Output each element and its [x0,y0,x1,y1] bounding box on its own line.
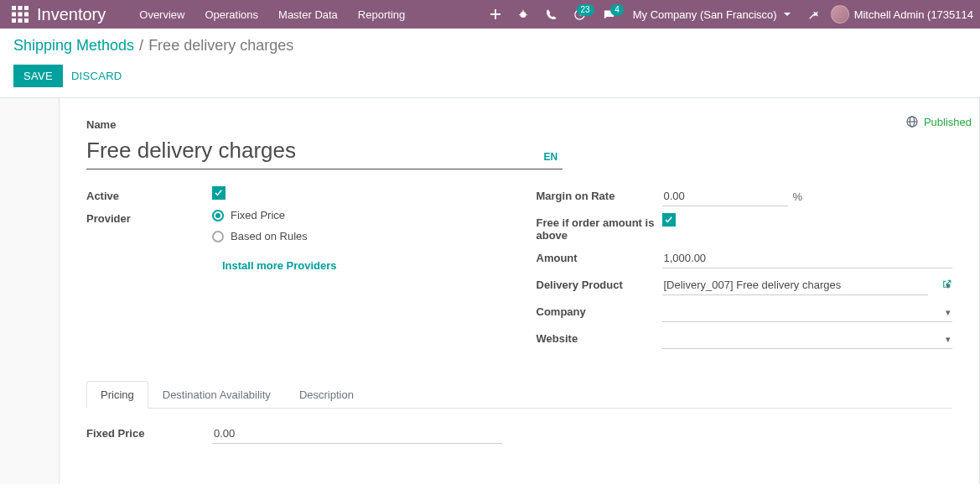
fixed-price-input[interactable] [212,424,502,444]
tab-bar: Pricing Destination Availability Descrip… [86,381,952,409]
company-input[interactable] [662,302,953,322]
svg-rect-5 [24,13,29,17]
active-checkbox[interactable] [212,186,226,200]
right-column: Margin on Rate % Free if order amount is… [537,186,953,356]
free-over-label: Free if order amount is above [537,213,662,242]
clock-icon[interactable]: 23 [568,3,592,26]
amount-label: Amount [537,248,662,264]
website-input[interactable] [662,329,953,349]
bug-icon[interactable] [511,3,535,25]
install-providers-link[interactable]: Install more Providers [222,259,337,272]
lang-button[interactable]: EN [543,151,557,163]
user-menu[interactable]: Mitchell Admin (1735114 [831,5,973,23]
chevron-down-icon [784,13,791,16]
form-sheet: Published Name EN Active [59,98,980,484]
tools-icon[interactable] [802,3,826,25]
left-column: Active Provider Fixed Price [86,186,503,356]
amount-input[interactable] [662,248,953,268]
svg-rect-8 [24,18,29,23]
published-status[interactable]: Published [897,112,980,132]
company-name: My Company (San Francisco) [633,8,777,21]
website-label: Website [537,329,662,345]
svg-rect-2 [24,6,29,10]
provider-rules-option[interactable]: Based on Rules [212,230,503,242]
published-label: Published [924,116,972,128]
fixed-price-label: Fixed Price [86,424,212,440]
delivery-product-input[interactable] [662,275,929,295]
apps-icon[interactable] [12,6,29,23]
chevron-down-icon[interactable]: ▾ [946,334,951,345]
name-input[interactable] [86,134,563,169]
plus-icon[interactable] [485,4,506,24]
tab-destination-availability[interactable]: Destination Availability [148,381,285,409]
clock-badge: 23 [577,4,594,16]
svg-rect-6 [12,18,16,23]
main-navbar: Inventory Overview Operations Master Dat… [0,0,980,29]
margin-input[interactable] [662,186,788,206]
provider-label: Provider [86,209,212,225]
radio-off-icon [212,231,224,242]
name-label: Name [86,118,563,131]
margin-unit: % [793,190,803,203]
breadcrumb-sep: / [139,37,143,55]
active-label: Active [86,186,212,202]
svg-rect-0 [12,6,16,10]
radio-on-icon [212,210,224,221]
tab-pricing[interactable]: Pricing [86,381,148,409]
svg-rect-7 [18,18,23,23]
svg-rect-10 [490,13,500,15]
breadcrumb-parent[interactable]: Shipping Methods [13,37,134,55]
tab-content-pricing: Fixed Price [86,409,952,444]
free-over-checkbox[interactable] [662,213,676,227]
menu-overview[interactable]: Overview [131,2,193,28]
provider-rules-label: Based on Rules [231,230,308,242]
phone-icon[interactable] [540,4,563,25]
svg-rect-3 [12,13,16,17]
company-label: Company [537,302,662,318]
svg-rect-1 [18,6,23,10]
chevron-down-icon[interactable]: ▾ [946,307,951,318]
breadcrumb: Shipping Methods / Free delivery charges [13,37,967,55]
user-name: Mitchell Admin (1735114 [854,8,973,21]
discard-button[interactable]: DISCARD [71,70,122,82]
avatar [831,5,849,23]
provider-fixed-label: Fixed Price [231,209,285,221]
save-button[interactable]: SAVE [13,65,63,87]
globe-icon [905,115,919,128]
tab-description[interactable]: Description [285,381,368,409]
svg-rect-4 [18,13,23,17]
top-menu: Overview Operations Master Data Reportin… [131,2,413,28]
chat-badge: 4 [610,4,624,16]
menu-master-data[interactable]: Master Data [270,2,346,28]
menu-operations[interactable]: Operations [196,2,267,28]
chevron-down-icon[interactable]: ▾ [946,280,951,291]
margin-label: Margin on Rate [537,186,662,202]
provider-fixed-option[interactable]: Fixed Price [212,209,503,221]
company-switcher[interactable]: My Company (San Francisco) [626,8,797,21]
menu-reporting[interactable]: Reporting [350,2,413,28]
breadcrumb-current: Free delivery charges [148,37,293,55]
control-panel: Shipping Methods / Free delivery charges… [0,29,980,98]
delivery-product-label: Delivery Product [537,275,662,291]
app-brand[interactable]: Inventory [37,5,106,24]
chat-icon[interactable]: 4 [597,3,621,26]
